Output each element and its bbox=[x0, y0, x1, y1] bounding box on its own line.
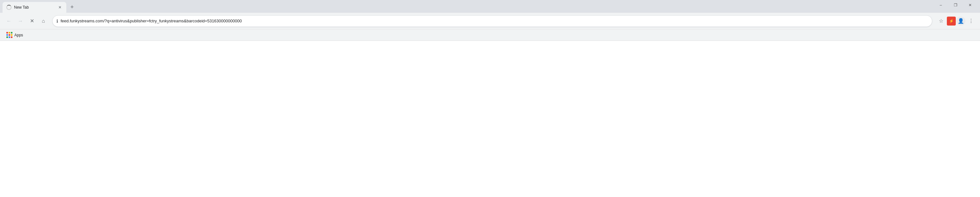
home-button[interactable]: ⌂ bbox=[38, 16, 48, 26]
profile-button[interactable]: 👤 bbox=[956, 17, 965, 26]
apps-dot-2 bbox=[9, 32, 10, 34]
extension-button[interactable]: ⚡ bbox=[947, 17, 956, 26]
apps-dot-4 bbox=[6, 34, 8, 36]
back-button[interactable]: ← bbox=[4, 16, 14, 26]
tab-strip: New Tab ✕ + bbox=[3, 2, 934, 13]
title-bar: New Tab ✕ + – ❐ ✕ bbox=[0, 0, 980, 13]
refresh-button[interactable]: ✕ bbox=[27, 16, 37, 26]
bookmarks-bar: Apps bbox=[0, 29, 980, 41]
minimize-button[interactable]: – bbox=[934, 0, 948, 10]
restore-button[interactable]: ❐ bbox=[948, 0, 963, 10]
navigation-bar: ← → ✕ ⌂ ℹ ☆ ⚡ 👤 ⋮ bbox=[0, 13, 980, 29]
apps-dot-6 bbox=[11, 34, 13, 36]
apps-dot-5 bbox=[9, 34, 10, 36]
url-input[interactable] bbox=[60, 19, 928, 23]
window-controls: – ❐ ✕ bbox=[934, 0, 977, 10]
active-tab[interactable]: New Tab ✕ bbox=[3, 2, 66, 13]
apps-grid-icon bbox=[6, 32, 13, 38]
address-bar[interactable]: ℹ bbox=[52, 15, 932, 27]
apps-dot-1 bbox=[6, 32, 8, 34]
new-tab-button[interactable]: + bbox=[68, 3, 76, 11]
apps-bookmark[interactable]: Apps bbox=[4, 30, 25, 39]
bookmark-button[interactable]: ☆ bbox=[936, 16, 946, 26]
main-content bbox=[0, 41, 980, 197]
toolbar-icons: ☆ ⚡ 👤 ⋮ bbox=[936, 16, 976, 26]
apps-dot-9 bbox=[11, 37, 13, 38]
apps-dot-3 bbox=[11, 32, 13, 34]
apps-label: Apps bbox=[14, 33, 23, 37]
close-button[interactable]: ✕ bbox=[963, 0, 977, 10]
forward-button[interactable]: → bbox=[15, 16, 25, 26]
apps-dot-8 bbox=[9, 37, 10, 38]
tab-close-button[interactable]: ✕ bbox=[57, 5, 62, 10]
tab-spinner bbox=[6, 5, 11, 10]
tab-title: New Tab bbox=[14, 5, 55, 10]
security-icon: ℹ bbox=[56, 19, 58, 24]
menu-button[interactable]: ⋮ bbox=[966, 16, 976, 26]
apps-dot-7 bbox=[6, 37, 8, 38]
